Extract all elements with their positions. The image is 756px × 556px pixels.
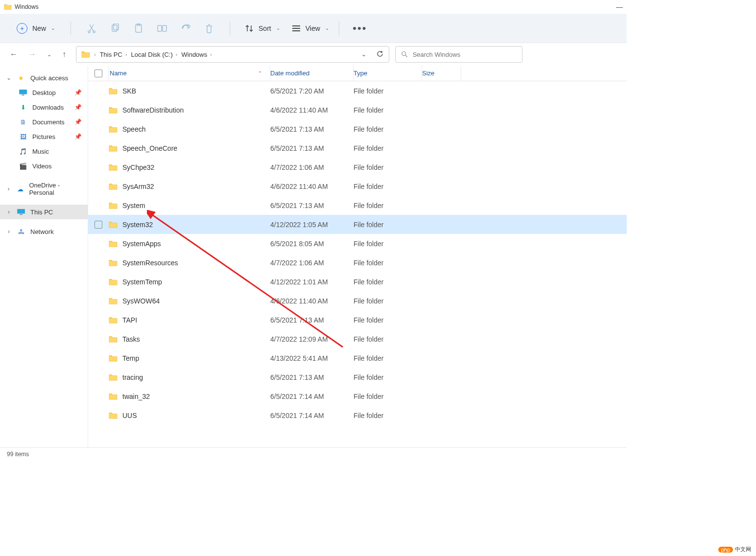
navigation-pane: ⌄ ★ Quick access Desktop 📌 ⬇ Downloads 📌… <box>0 66 88 447</box>
sidebar-item-label: Downloads <box>32 104 64 111</box>
paste-icon[interactable] <box>129 19 148 38</box>
file-date: 4/6/2022 11:40 AM <box>270 297 354 305</box>
copy-icon[interactable] <box>105 19 125 38</box>
sidebar-item-videos[interactable]: 🎬 Videos <box>0 159 88 173</box>
file-row[interactable]: SoftwareDistribution 4/6/2022 11:40 AM F… <box>88 100 627 119</box>
sidebar-item-label: Network <box>30 228 54 235</box>
titlebar: Windows — <box>0 0 627 14</box>
breadcrumb-item[interactable]: Windows› <box>182 51 212 58</box>
refresh-button[interactable] <box>376 50 384 59</box>
header-date[interactable]: Date modified <box>270 66 354 81</box>
file-name: SysArm32 <box>122 183 154 190</box>
more-button[interactable]: ••• <box>350 19 370 38</box>
file-date: 6/5/2021 7:13 AM <box>270 316 354 324</box>
nav-back-button[interactable]: ← <box>10 50 18 59</box>
file-row[interactable]: SystemResources 4/7/2022 1:06 AM File fo… <box>88 253 627 272</box>
address-dropdown-button[interactable]: ⌄ <box>361 51 366 58</box>
header-checkbox[interactable] <box>88 66 109 81</box>
new-button[interactable]: + New ⌄ <box>12 20 60 37</box>
search-box[interactable] <box>395 46 522 63</box>
file-row[interactable]: TAPI 6/5/2021 7:13 AM File folder <box>88 310 627 329</box>
file-name: System <box>122 202 145 209</box>
sidebar-item-pictures[interactable]: 🖼 Pictures 📌 <box>0 129 88 144</box>
file-name: SKB <box>122 87 136 95</box>
file-row[interactable]: SystemTemp 4/12/2022 1:01 AM File folder <box>88 272 627 291</box>
file-row[interactable]: SysWOW64 4/6/2022 11:40 AM File folder <box>88 291 627 310</box>
pin-icon: 📌 <box>74 133 82 140</box>
sidebar-item-music[interactable]: 🎵 Music <box>0 144 88 159</box>
file-name: Speech_OneCore <box>122 144 177 152</box>
nav-recent-button[interactable]: ⌄ <box>47 51 51 58</box>
view-icon <box>292 25 301 32</box>
file-date: 6/5/2021 7:13 AM <box>270 373 354 381</box>
cut-icon[interactable] <box>82 19 101 38</box>
header-label: Size <box>422 70 434 77</box>
header-size[interactable]: Size <box>422 66 461 81</box>
file-row[interactable]: SyChpe32 4/7/2022 1:06 AM File folder <box>88 158 627 177</box>
sidebar-item-onedrive[interactable]: › ☁ OneDrive - Personal <box>0 178 88 200</box>
file-row[interactable]: System 6/5/2021 7:13 AM File folder <box>88 196 627 215</box>
nav-forward-button[interactable]: → <box>28 50 36 59</box>
file-type: File folder <box>354 125 422 133</box>
svg-rect-9 <box>163 25 166 31</box>
sidebar-item-quick-access[interactable]: ⌄ ★ Quick access <box>0 70 88 85</box>
videos-icon: 🎬 <box>19 162 27 170</box>
breadcrumb-item[interactable]: Local Disk (C:)› <box>131 51 178 58</box>
file-type: File folder <box>354 221 422 229</box>
breadcrumb-item[interactable]: This PC› <box>100 51 127 58</box>
address-bar[interactable]: › This PC› Local Disk (C:)› Windows› ⌄ <box>76 46 389 63</box>
breadcrumb-chevron[interactable]: › <box>94 51 96 57</box>
file-name: Speech <box>122 125 145 133</box>
delete-icon[interactable] <box>199 19 219 38</box>
file-row[interactable]: SystemApps 6/5/2021 8:05 AM File folder <box>88 234 627 253</box>
sidebar-item-label: Quick access <box>30 74 68 82</box>
folder-icon <box>109 240 118 248</box>
sort-button[interactable]: Sort ⌄ <box>241 21 284 36</box>
sidebar-item-downloads[interactable]: ⬇ Downloads 📌 <box>0 100 88 115</box>
share-icon[interactable] <box>176 19 195 38</box>
sidebar-item-this-pc[interactable]: › This PC <box>0 205 88 219</box>
search-icon <box>402 51 408 58</box>
sidebar-item-desktop[interactable]: Desktop 📌 <box>0 85 88 100</box>
file-row[interactable]: Speech_OneCore 6/5/2021 7:13 AM File fol… <box>88 139 627 158</box>
row-checkbox[interactable] <box>94 221 102 229</box>
rename-icon[interactable] <box>152 19 172 38</box>
header-name[interactable]: Name ⌃ <box>109 66 270 81</box>
view-button[interactable]: View ⌄ <box>288 22 333 35</box>
pin-icon: 📌 <box>74 104 82 111</box>
file-row[interactable]: Temp 4/13/2022 5:41 AM File folder <box>88 348 627 368</box>
search-input[interactable] <box>413 51 516 58</box>
file-type: File folder <box>354 240 422 248</box>
sidebar-item-network[interactable]: › 🖧 Network <box>0 224 88 239</box>
window-title: Windows <box>15 3 39 10</box>
sidebar-item-label: Pictures <box>32 133 55 140</box>
file-date: 4/7/2022 12:09 AM <box>270 335 354 343</box>
file-type: File folder <box>354 412 422 419</box>
file-row[interactable]: System32 4/12/2022 1:05 AM File folder <box>88 215 627 234</box>
nav-up-button[interactable]: ↑ <box>62 50 66 59</box>
minimize-button[interactable]: — <box>616 3 623 10</box>
sidebar-item-documents[interactable]: 🗎 Documents 📌 <box>0 115 88 129</box>
folder-icon <box>109 335 118 343</box>
file-row[interactable]: Speech 6/5/2021 7:13 AM File folder <box>88 119 627 139</box>
network-icon: 🖧 <box>17 228 25 235</box>
file-date: 4/7/2022 1:06 AM <box>270 259 354 267</box>
file-row[interactable]: tracing 6/5/2021 7:13 AM File folder <box>88 368 627 387</box>
file-row[interactable]: UUS 6/5/2021 7:14 AM File folder <box>88 406 627 425</box>
file-date: 4/6/2022 11:40 AM <box>270 183 354 190</box>
file-type: File folder <box>354 144 422 152</box>
column-headers: Name ⌃ Date modified Type Size <box>88 66 627 81</box>
pin-icon: 📌 <box>74 89 82 96</box>
file-row[interactable]: twain_32 6/5/2021 7:14 AM File folder <box>88 387 627 406</box>
file-name: twain_32 <box>122 393 150 400</box>
file-row[interactable]: SKB 6/5/2021 7:20 AM File folder <box>88 81 627 100</box>
header-type[interactable]: Type <box>354 66 422 81</box>
file-date: 6/5/2021 7:13 AM <box>270 202 354 209</box>
chevron-right-icon: › <box>6 185 11 192</box>
file-row[interactable]: Tasks 4/7/2022 12:09 AM File folder <box>88 329 627 348</box>
file-row[interactable]: SysArm32 4/6/2022 11:40 AM File folder <box>88 177 627 196</box>
item-count: 99 items <box>7 451 29 458</box>
pictures-icon: 🖼 <box>19 133 27 140</box>
file-type: File folder <box>354 373 422 381</box>
file-date: 4/12/2022 1:01 AM <box>270 278 354 286</box>
